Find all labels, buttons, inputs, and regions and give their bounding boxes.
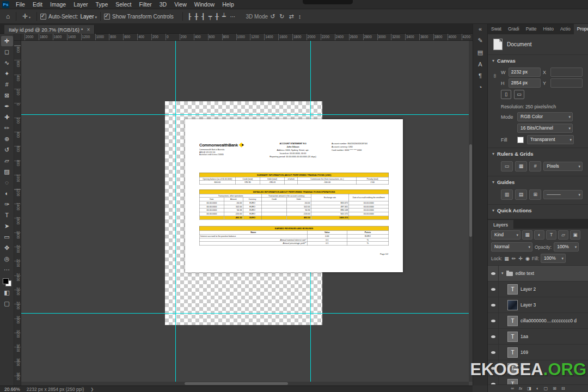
clone-source-icon[interactable]: ◔ [479, 84, 482, 90]
auto-select-dropdown[interactable]: Layer [80, 14, 96, 20]
menu-layer[interactable]: Layer [70, 0, 91, 9]
vertical-scrollbar[interactable] [469, 41, 473, 382]
guide-horizontal-bottom[interactable] [21, 313, 473, 314]
lock-guides-icon[interactable]: ▤ [515, 189, 527, 200]
home-icon[interactable]: ⌂ [3, 13, 13, 20]
visibility-toggle[interactable] [488, 329, 499, 344]
menu-help[interactable]: Help [218, 0, 238, 9]
auto-select-checkbox[interactable] [40, 14, 46, 20]
adjustment-layer-icon[interactable]: ◐ [536, 386, 539, 391]
filter-shape-layers-icon[interactable]: ▱ [558, 230, 568, 240]
filter-adjustment-layers-icon[interactable]: ◐ [534, 230, 544, 240]
eraser-tool[interactable]: ▱ [1, 156, 13, 166]
menu-type[interactable]: Type [91, 0, 112, 9]
gradient-tool[interactable]: ▨ [1, 167, 13, 177]
guide-style-dropdown[interactable]: ——— [543, 190, 583, 199]
fill-dropdown-layers[interactable]: 100% [541, 254, 566, 263]
opacity-dropdown[interactable]: 100% [554, 242, 579, 252]
frame-tool[interactable]: ⊠ [1, 90, 13, 101]
roll-3d-icon[interactable]: ↻ [277, 13, 286, 20]
lock-pixels-icon[interactable]: ✏ [511, 256, 517, 261]
align-left-edges-icon[interactable]: ┠ [186, 13, 193, 20]
zoom-tool[interactable]: ◎ [1, 254, 13, 264]
y-field[interactable] [550, 78, 583, 88]
align-top-edges-icon[interactable]: ┯ [207, 13, 214, 20]
document-tab[interactable]: Italy id.psd @ 20.7% (RGB/16) * × [4, 25, 95, 35]
align-right-edges-icon[interactable]: ┨ [200, 13, 207, 20]
layer-row[interactable]: T 169 [488, 345, 588, 360]
width-field[interactable]: 2232 px [509, 68, 541, 77]
ruler-corner[interactable] [14, 34, 21, 41]
toggle-snap-icon[interactable]: # [529, 161, 541, 171]
group-expand-icon[interactable]: ▾ [501, 271, 504, 275]
blend-mode-dropdown[interactable]: Normal [491, 242, 532, 252]
hand-tool[interactable]: ✥ [1, 243, 13, 253]
tab-swatches[interactable]: Swat [488, 24, 505, 34]
guide-horizontal-top[interactable] [21, 114, 473, 115]
layer-row[interactable]: T 1aa [488, 329, 588, 345]
menu-select[interactable]: Select [112, 0, 135, 9]
orbit-3d-icon[interactable]: ↺ [268, 13, 277, 20]
menu-view[interactable]: View [170, 0, 191, 9]
visibility-toggle[interactable] [488, 281, 499, 297]
blur-tool[interactable]: ◌ [1, 177, 13, 188]
edit-toolbar-icon[interactable]: ⋯ [1, 265, 13, 275]
link-dimensions-icon[interactable]: ∞ [492, 74, 498, 78]
guide-vertical-left[interactable] [175, 41, 176, 385]
history-brush-tool[interactable]: ↺ [1, 145, 13, 155]
lock-position-icon[interactable]: ✛ [518, 256, 523, 261]
pan-3d-icon[interactable]: ⇄ [287, 13, 296, 20]
tab-patterns[interactable]: Patte [523, 24, 540, 34]
left-ruler[interactable]: 8006004002000200400600800100012001400160… [14, 41, 21, 385]
lock-all-icon[interactable]: ◉ [525, 256, 530, 261]
marquee-tool[interactable]: ◻ [1, 47, 13, 57]
eyedropper-tool[interactable]: ✒ [1, 101, 13, 112]
menu-file[interactable]: File [12, 0, 29, 9]
healing-brush-tool[interactable]: ✚ [1, 112, 13, 122]
toggle-grid-icon[interactable]: ▦ [515, 161, 527, 171]
new-layer-icon[interactable]: ⊞ [553, 386, 556, 391]
tab-actions[interactable]: Actio [557, 24, 574, 34]
pen-tool[interactable]: ✑ [1, 199, 13, 210]
quick-selection-tool[interactable]: ✦ [1, 69, 13, 79]
canvas-section-header[interactable]: ▾ Canvas [488, 54, 588, 66]
zoom-level[interactable]: 20.66% [4, 387, 20, 392]
toggle-guides-icon[interactable]: ▥ [501, 189, 513, 200]
align-v-centers-icon[interactable]: ╂ [213, 13, 220, 20]
link-layers-icon[interactable]: ∞ [511, 386, 514, 391]
toggle-rulers-icon[interactable]: ▭ [501, 161, 513, 171]
rectangle-tool[interactable]: ▭ [1, 232, 13, 242]
slide-3d-icon[interactable]: ↕ [296, 13, 304, 20]
fill-dropdown[interactable]: Transparent [527, 135, 574, 144]
height-field[interactable]: 2854 px [509, 78, 541, 88]
lock-transparency-icon[interactable]: ▦ [504, 256, 510, 261]
layer-row[interactable]: Layer 3 [488, 297, 588, 313]
more-align-options-icon[interactable]: ⋯ [228, 14, 238, 20]
screen-mode-icon[interactable]: ▢ [1, 298, 13, 309]
libraries-icon[interactable]: ▤ [477, 49, 483, 56]
bit-depth-dropdown[interactable]: 16 Bits/Channel [517, 124, 573, 133]
canvas-viewport[interactable]: CommonwealthBank Commonwealth Bank of Au… [21, 41, 473, 385]
visibility-toggle[interactable] [488, 313, 499, 328]
move-tool-preset-icon[interactable]: ✛ ▾ [20, 13, 33, 20]
brush-settings-icon[interactable]: ✎ [477, 37, 482, 44]
menu-window[interactable]: Window [191, 0, 218, 9]
rulers-grids-section-header[interactable]: ▾ Rulers & Grids [488, 148, 588, 159]
align-bottom-edges-icon[interactable]: ┷ [220, 13, 228, 20]
crop-tool[interactable]: # [1, 79, 13, 90]
menu-edit[interactable]: Edit [29, 0, 46, 9]
layer-row[interactable]: T Layer 2 [488, 281, 588, 297]
layer-row-group[interactable]: ▾ edite text [488, 266, 588, 281]
visibility-toggle[interactable] [488, 345, 499, 360]
brush-tool[interactable]: ✏ [1, 123, 13, 133]
portrait-orientation-icon[interactable]: ▯ [501, 90, 511, 99]
layer-mask-icon[interactable]: ◨ [527, 386, 531, 391]
quick-mask-icon[interactable]: ◧ [1, 287, 13, 298]
filter-smart-objects-icon[interactable]: ▣ [570, 230, 580, 240]
menu-3d[interactable]: 3D [156, 0, 170, 9]
layer-row[interactable]: T cilla0000000....cccccccc0 d [488, 313, 588, 329]
filter-kind-dropdown[interactable]: Kind [491, 230, 520, 240]
visibility-toggle[interactable] [488, 266, 499, 281]
type-tool[interactable]: T [1, 210, 13, 220]
quick-actions-section-header[interactable]: ▾ Quick Actions [488, 204, 588, 216]
